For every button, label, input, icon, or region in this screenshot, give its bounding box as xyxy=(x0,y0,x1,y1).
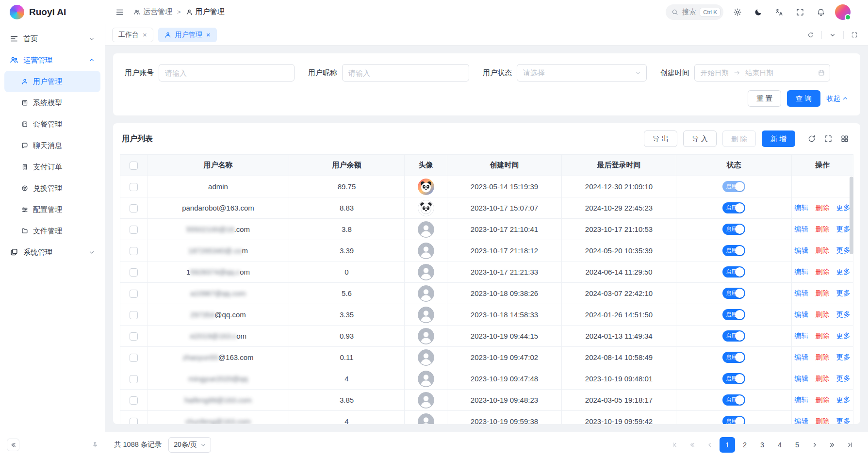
status-toggle[interactable]: 启用 xyxy=(722,202,745,213)
tab-user-management[interactable]: 用户管理 × xyxy=(158,28,217,42)
sidebar-toggle-button[interactable] xyxy=(113,5,127,19)
status-toggle[interactable]: 启用 xyxy=(722,416,745,424)
row-checkbox[interactable] xyxy=(130,226,138,234)
page-button-1[interactable]: 1 xyxy=(720,437,735,453)
more-link[interactable]: 更多 xyxy=(836,332,851,340)
refresh-tab-button[interactable] xyxy=(804,28,818,42)
status-toggle[interactable]: 启用 xyxy=(722,266,745,277)
close-icon[interactable]: × xyxy=(143,31,147,38)
sidebar-item-ops[interactable]: 运营管理 xyxy=(4,49,100,71)
add-button[interactable]: 新 增 xyxy=(762,131,795,147)
row-checkbox[interactable] xyxy=(130,183,138,191)
page-button-5[interactable]: 5 xyxy=(789,437,805,453)
edit-link[interactable]: 编辑 xyxy=(794,396,808,404)
row-checkbox[interactable] xyxy=(130,311,138,319)
last-page-button[interactable] xyxy=(842,437,857,453)
delete-link[interactable]: 删除 xyxy=(816,417,830,424)
content-fullscreen-button[interactable] xyxy=(848,28,861,42)
row-checkbox[interactable] xyxy=(130,418,138,424)
import-button[interactable]: 导 入 xyxy=(683,131,717,147)
row-checkbox[interactable] xyxy=(130,375,138,383)
row-checkbox[interactable] xyxy=(130,204,138,212)
search-button[interactable]: 查 询 xyxy=(787,90,820,107)
delete-link[interactable]: 删除 xyxy=(816,310,830,318)
select-all-checkbox[interactable] xyxy=(130,162,138,170)
sidebar-item-file-management[interactable]: 文件管理 xyxy=(4,220,100,242)
fullscreen-button[interactable] xyxy=(793,5,807,19)
edit-link[interactable]: 编辑 xyxy=(794,204,808,212)
tab-workbench[interactable]: 工作台 × xyxy=(112,28,153,42)
sidebar-item-package-management[interactable]: 套餐管理 xyxy=(4,114,100,135)
status-toggle[interactable]: 启用 xyxy=(722,352,745,363)
export-button[interactable]: 导 出 xyxy=(644,131,677,147)
page-button-3[interactable]: 3 xyxy=(754,437,770,453)
sidebar-item-config-management[interactable]: 配置管理 xyxy=(4,199,100,220)
status-toggle[interactable]: 启用 xyxy=(722,373,745,384)
edit-link[interactable]: 编辑 xyxy=(794,225,808,233)
more-link[interactable]: 更多 xyxy=(836,204,851,212)
more-link[interactable]: 更多 xyxy=(836,310,851,318)
more-link[interactable]: 更多 xyxy=(836,268,851,276)
status-toggle[interactable]: 启用 xyxy=(722,330,745,342)
delete-link[interactable]: 删除 xyxy=(816,396,830,404)
refresh-table-button[interactable] xyxy=(805,132,819,146)
row-checkbox[interactable] xyxy=(130,354,138,362)
delete-link[interactable]: 删除 xyxy=(816,375,830,382)
prev-page-button[interactable] xyxy=(702,437,718,453)
delete-link[interactable]: 删除 xyxy=(816,332,830,340)
column-settings-button[interactable] xyxy=(838,132,852,146)
first-page-button[interactable] xyxy=(667,437,683,453)
edit-link[interactable]: 编辑 xyxy=(794,310,808,318)
user-avatar-menu[interactable] xyxy=(835,4,851,20)
close-icon[interactable]: × xyxy=(206,31,211,38)
more-link[interactable]: 更多 xyxy=(836,353,851,361)
more-link[interactable]: 更多 xyxy=(836,246,851,254)
edit-link[interactable]: 编辑 xyxy=(794,353,808,361)
page-button-4[interactable]: 4 xyxy=(772,437,787,453)
status-toggle[interactable]: 启用 xyxy=(722,394,745,406)
more-link[interactable]: 更多 xyxy=(836,375,851,382)
more-link[interactable]: 更多 xyxy=(836,225,851,233)
edit-link[interactable]: 编辑 xyxy=(794,417,808,424)
collapse-link[interactable]: 收起 xyxy=(826,94,849,103)
row-checkbox[interactable] xyxy=(130,268,138,277)
status-toggle[interactable]: 启用 xyxy=(722,224,745,235)
status-toggle[interactable]: 启用 xyxy=(722,181,745,192)
prev-5-pages-button[interactable] xyxy=(685,437,700,453)
pin-sidebar-button[interactable] xyxy=(92,441,98,448)
delete-button[interactable]: 删 除 xyxy=(722,131,756,147)
delete-link[interactable]: 删除 xyxy=(816,246,830,254)
language-button[interactable] xyxy=(772,5,786,19)
date-range-picker[interactable]: 开始日期 结束日期 xyxy=(694,64,830,82)
status-select[interactable]: 请选择 xyxy=(517,64,647,82)
table-fullscreen-button[interactable] xyxy=(821,132,835,146)
row-checkbox[interactable] xyxy=(130,396,138,405)
delete-link[interactable]: 删除 xyxy=(816,204,830,212)
dark-mode-button[interactable] xyxy=(752,5,765,19)
delete-link[interactable]: 删除 xyxy=(816,353,830,361)
app-logo[interactable]: Ruoyi AI xyxy=(0,5,105,19)
breadcrumb-item-current[interactable]: 用户管理 xyxy=(186,7,225,16)
next-page-button[interactable] xyxy=(807,437,822,453)
sidebar-item-payment-orders[interactable]: 支付订单 xyxy=(4,156,100,178)
more-link[interactable]: 更多 xyxy=(836,289,851,297)
sidebar-item-user-management[interactable]: 用户管理 xyxy=(4,71,100,92)
more-link[interactable]: 更多 xyxy=(836,396,851,404)
row-checkbox[interactable] xyxy=(130,290,138,298)
collapse-sidebar-button[interactable] xyxy=(7,439,19,451)
row-checkbox[interactable] xyxy=(130,247,138,255)
page-button-2[interactable]: 2 xyxy=(737,437,753,453)
account-input[interactable] xyxy=(159,64,295,82)
edit-link[interactable]: 编辑 xyxy=(794,246,808,254)
reset-button[interactable]: 重 置 xyxy=(748,90,781,107)
sidebar-item-home[interactable]: 首页 xyxy=(4,28,100,49)
status-toggle[interactable]: 启用 xyxy=(722,288,745,299)
edit-link[interactable]: 编辑 xyxy=(794,289,808,297)
nickname-input[interactable] xyxy=(342,64,469,82)
sidebar-item-system-model[interactable]: 系统模型 xyxy=(4,92,100,114)
delete-link[interactable]: 删除 xyxy=(816,289,830,297)
page-size-select[interactable]: 20条/页 xyxy=(168,437,211,453)
next-5-pages-button[interactable] xyxy=(824,437,840,453)
edit-link[interactable]: 编辑 xyxy=(794,332,808,340)
settings-button[interactable] xyxy=(731,5,744,19)
